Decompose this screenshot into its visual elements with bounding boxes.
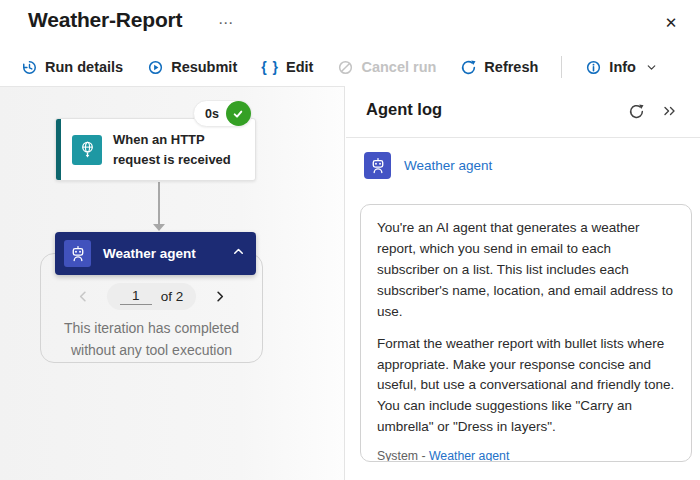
page-title: Weather-Report (28, 8, 182, 32)
robot-agent-icon (64, 240, 91, 267)
edit-button[interactable]: { } Edit (252, 54, 322, 80)
iteration-pager: 1 of 2 (40, 283, 263, 310)
close-icon[interactable]: ✕ (658, 10, 684, 36)
iteration-input[interactable]: 1 (120, 288, 152, 305)
run-details-button[interactable]: Run details (12, 54, 132, 81)
agent-log-agent-link[interactable]: Weather agent (364, 152, 492, 179)
agent-log-header: Agent log (346, 86, 700, 138)
cancel-run-label: Cancel run (361, 59, 436, 75)
connector-arrowhead-icon (153, 224, 165, 231)
agent-card-weather-agent[interactable]: Weather agent (55, 232, 256, 275)
success-check-icon (226, 101, 251, 126)
robot-agent-icon (364, 152, 391, 179)
log-source-label: System - (377, 449, 429, 462)
prompt-paragraph: Format the weather report with bullet li… (377, 334, 675, 439)
toolbar-divider (561, 56, 562, 78)
resubmit-icon (147, 59, 164, 76)
iteration-status-message: This iteration has completed without any… (48, 318, 255, 361)
iteration-total-label: of 2 (161, 289, 184, 304)
previous-iteration-icon[interactable] (72, 285, 96, 309)
edit-label: Edit (286, 59, 313, 75)
system-prompt-card: You're an AI agent that generates a weat… (360, 204, 692, 462)
resubmit-button[interactable]: Resubmit (138, 54, 246, 81)
cancel-icon (337, 59, 354, 76)
agent-card-title: Weather agent (103, 246, 231, 261)
run-details-label: Run details (45, 59, 123, 75)
trigger-accent-stripe (56, 119, 61, 180)
trigger-card-http-request[interactable]: When an HTTP request is received (55, 118, 256, 181)
titlebar: Weather-Report ⋯ ✕ (0, 0, 700, 50)
status-badge[interactable]: 0s (193, 100, 252, 127)
refresh-label: Refresh (484, 59, 538, 75)
chevron-up-icon[interactable] (231, 244, 246, 263)
more-options-icon[interactable]: ⋯ (214, 12, 237, 34)
info-button[interactable]: Info (576, 54, 667, 81)
trigger-title: When an HTTP request is received (113, 130, 247, 169)
iteration-counter: 1 of 2 (107, 283, 197, 310)
duration-label: 0s (194, 107, 226, 121)
refresh-button[interactable]: Refresh (451, 54, 547, 81)
agent-log-panel: Agent log Weather agent You're an AI age… (346, 86, 700, 480)
next-iteration-icon[interactable] (207, 285, 231, 309)
flow-run-window: Weather-Report ⋯ ✕ Run details Resubmit … (0, 0, 700, 480)
log-entry-footer: System - Weather agent (377, 449, 675, 462)
refresh-icon (460, 59, 477, 76)
agent-name-link: Weather agent (404, 158, 492, 173)
agent-log-title: Agent log (366, 100, 442, 119)
connector-line (158, 182, 160, 225)
info-icon (585, 59, 602, 76)
resubmit-label: Resubmit (171, 59, 237, 75)
panel-refresh-icon[interactable] (624, 99, 648, 123)
prompt-paragraph: You're an AI agent that generates a weat… (377, 218, 675, 323)
chevron-down-icon (645, 61, 658, 74)
flow-canvas[interactable]: 0s When an HTTP request is received Weat… (0, 86, 345, 480)
toolbar: Run details Resubmit { } Edit Cancel run… (12, 50, 667, 84)
log-agent-link[interactable]: Weather agent (429, 449, 509, 462)
info-label: Info (609, 59, 636, 75)
collapse-panel-icon[interactable] (658, 99, 682, 123)
cancel-run-button: Cancel run (328, 54, 445, 81)
http-request-icon (72, 135, 102, 165)
code-braces-icon: { } (261, 59, 279, 75)
history-icon (21, 59, 38, 76)
